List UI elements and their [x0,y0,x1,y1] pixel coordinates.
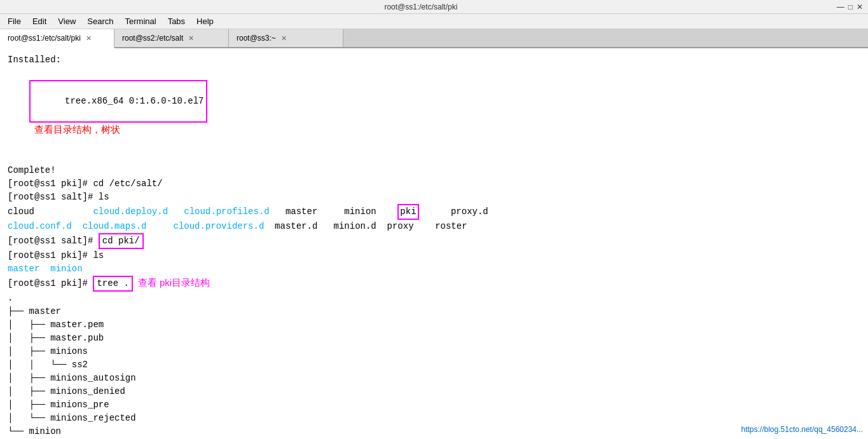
tab-ss2-close[interactable]: ✕ [188,34,194,43]
annotation1-text: 查看目录结构，树状 [34,124,120,135]
complete-line: Complete! [8,164,860,177]
menu-help[interactable]: Help [191,15,219,27]
tab-ss3-close[interactable]: ✕ [281,34,287,43]
installed-pkg-line: tree.x86_64 0:1.6.0-10.el7 查看目录结构，树状 [8,67,860,151]
ls-output-1: cloud cloud.deploy.d cloud.profiles.d ma… [8,204,860,220]
tree-minions-autosign: │ ├── minions_autosign [8,372,860,385]
maximize-button[interactable]: □ [848,3,853,11]
tree-master-pem: │ ├── master.pem [8,318,860,332]
tree-pkg-box: tree.x86_64 0:1.6.0-10.el7 [29,80,208,123]
tab-ss3[interactable]: root@ss3:~ ✕ [229,29,343,47]
tab-ss2[interactable]: root@ss2:/etc/salt ✕ [114,29,229,47]
menu-terminal[interactable]: Terminal [120,15,162,27]
tree-minion: └── minion [8,425,860,438]
tab-ss1-close[interactable]: ✕ [86,34,92,43]
installed-label: Installed: [8,53,860,67]
tree-minions: │ ├── minions [8,345,860,358]
terminal[interactable]: Installed: tree.x86_64 0:1.6.0-10.el7 查看… [0,48,868,439]
tree-master-pub: │ ├── master.pub [8,332,860,345]
tree-dot-box: tree . [93,276,132,292]
cd-pki-line: [root@ss1 salt]# cd pki/ [8,233,860,249]
menu-search[interactable]: Search [82,15,118,27]
tree-minions-denied: │ ├── minions_denied [8,385,860,398]
ls-salt-line: [root@ss1 salt]# ls [8,191,860,204]
menu-bar: File Edit View Search Terminal Tabs Help [0,14,868,29]
tab-ss3-label: root@ss3:~ [237,34,276,43]
tab-ss1-label: root@ss1:/etc/salt/pki [8,34,81,43]
menu-file[interactable]: File [3,15,26,27]
tree-root: . [8,292,860,305]
bottom-link: https://blog.51cto.net/qq_4560234... [741,425,863,434]
tree-minions-rejected: │ └── minions_rejected [8,412,860,425]
cd-salt-line: [root@ss1 pki]# cd /etc/salt/ [8,177,860,191]
close-button[interactable]: ✕ [857,3,863,11]
tree-ss2: │ │ └── ss2 [8,358,860,372]
menu-tabs[interactable]: Tabs [163,15,190,27]
menu-view[interactable]: View [53,15,81,27]
title-bar-controls: — □ ✕ [837,3,863,11]
title-bar: root@ss1:/etc/salt/pki — □ ✕ [0,0,868,14]
tab-ss2-label: root@ss2:/etc/salt [122,34,183,43]
ls-pki-output: master minion [8,262,860,276]
minimize-button[interactable]: — [837,3,844,11]
cd-pki-box: cd pki/ [99,233,144,249]
pki-box: pki [397,204,418,220]
tree-minions-pre: │ ├── minions_pre [8,398,860,412]
tab-ss1[interactable]: root@ss1:/etc/salt/pki ✕ [0,29,114,48]
menu-edit[interactable]: Edit [27,15,52,27]
tab-bar: root@ss1:/etc/salt/pki ✕ root@ss2:/etc/s… [0,29,868,48]
annotation2-text: 查看 pki目录结构 [138,277,210,288]
blank1 [8,151,860,164]
tree-cmd-line: [root@ss1 pki]# tree .查看 pki目录结构 [8,276,860,292]
ls-output-2: cloud.conf.d cloud.maps.d cloud.provider… [8,220,860,233]
tree-pkg-text: tree.x86_64 0:1.6.0-10.el7 [65,96,203,106]
ls-pki-prompt: [root@ss1 pki]# ls [8,249,860,262]
tree-master: ├── master [8,305,860,318]
title-bar-text: root@ss1:/etc/salt/pki [5,3,837,11]
